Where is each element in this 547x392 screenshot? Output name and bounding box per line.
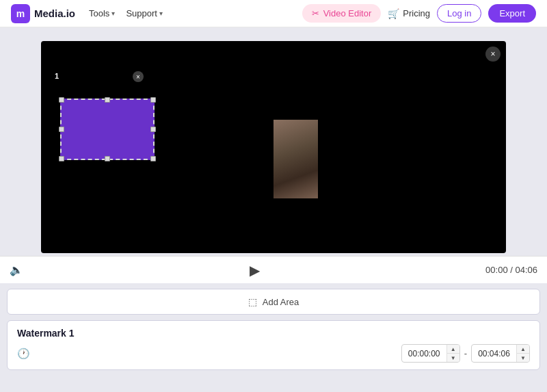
video-editor-button[interactable]: ✂ Video Editor — [302, 4, 382, 23]
resize-handle-br[interactable] — [150, 156, 156, 161]
video-close-button[interactable]: × — [485, 47, 501, 62]
end-time-spinners: ▲ ▼ — [516, 345, 529, 362]
watermark-number-label: 1 — [53, 72, 61, 80]
navbar-right: ✂ Video Editor 🛒 Pricing Log in Export — [302, 4, 536, 23]
pricing-label: Pricing — [403, 8, 430, 18]
navbar: m Media.io Tools ▾ Support ▾ ✂ Video Edi… — [0, 0, 547, 27]
start-time-spinners: ▲ ▼ — [446, 345, 459, 362]
watermark-drag-area[interactable]: 1 × — [51, 70, 145, 131]
watermark-title: Watermark 1 — [17, 328, 530, 339]
export-button[interactable]: Export — [488, 4, 536, 23]
tools-chevron-icon: ▾ — [111, 10, 115, 17]
resize-handle-tr[interactable] — [150, 97, 156, 103]
watermark-overlay — [60, 99, 155, 160]
logo-text: Media.io — [34, 8, 75, 19]
add-area-icon: ⬚ — [248, 296, 257, 307]
end-time-down[interactable]: ▼ — [517, 354, 529, 362]
play-button[interactable]: ▶ — [250, 262, 260, 278]
logo-icon: m — [11, 4, 30, 23]
add-area-label: Add Area — [263, 297, 299, 307]
support-menu[interactable]: Support ▾ — [126, 5, 163, 21]
support-label: Support — [126, 8, 157, 18]
resize-handle-bl[interactable] — [59, 156, 64, 161]
logo[interactable]: m Media.io — [11, 4, 75, 23]
clock-icon: 🕐 — [17, 348, 30, 360]
time-display: 00:00 / 04:06 — [485, 265, 537, 275]
end-time-value: 00:04:06 — [472, 347, 516, 361]
resize-handle-bm[interactable] — [105, 156, 110, 161]
support-chevron-icon: ▾ — [159, 10, 163, 17]
scissors-icon: ✂ — [312, 8, 319, 18]
end-time-input[interactable]: 00:04:06 ▲ ▼ — [471, 344, 530, 363]
time-input-group: 00:00:00 ▲ ▼ - 00:04:06 ▲ ▼ — [401, 344, 530, 363]
add-area-button[interactable]: ⬚ Add Area — [7, 289, 540, 315]
start-time-down[interactable]: ▼ — [447, 354, 459, 362]
start-time-input[interactable]: 00:00:00 ▲ ▼ — [401, 344, 460, 363]
start-time-value: 00:00:00 — [402, 347, 446, 361]
volume-icon[interactable]: 🔈 — [10, 263, 23, 276]
watermark-remove-button[interactable]: × — [133, 71, 144, 82]
time-separator: - — [464, 348, 467, 358]
pricing-link[interactable]: 🛒 Pricing — [388, 8, 430, 19]
end-time-up[interactable]: ▲ — [517, 345, 529, 353]
start-time-up[interactable]: ▲ — [447, 345, 459, 353]
resize-handle-tl[interactable] — [59, 97, 64, 103]
video-thumb-image — [274, 120, 318, 198]
watermark-footer: 🕐 00:00:00 ▲ ▼ - 00:04:06 ▲ — [17, 344, 530, 363]
main-area: 1 × × 🔈 ▶ 00:00 / 04:06 ⬚ Add Area Water… — [0, 27, 547, 392]
resize-handle-mr[interactable] — [150, 127, 156, 132]
video-thumbnail — [274, 120, 318, 198]
video-editor-label: Video Editor — [323, 8, 372, 18]
cart-icon: 🛒 — [388, 8, 399, 19]
tools-menu[interactable]: Tools ▾ — [89, 5, 115, 21]
login-button[interactable]: Log in — [437, 4, 481, 23]
video-player: 1 × × — [41, 41, 506, 253]
watermark-card: Watermark 1 🕐 00:00:00 ▲ ▼ - 00:04:06 — [7, 320, 540, 370]
tools-label: Tools — [89, 8, 109, 18]
resize-handle-tm[interactable] — [105, 97, 110, 103]
resize-handle-ml[interactable] — [59, 127, 64, 132]
